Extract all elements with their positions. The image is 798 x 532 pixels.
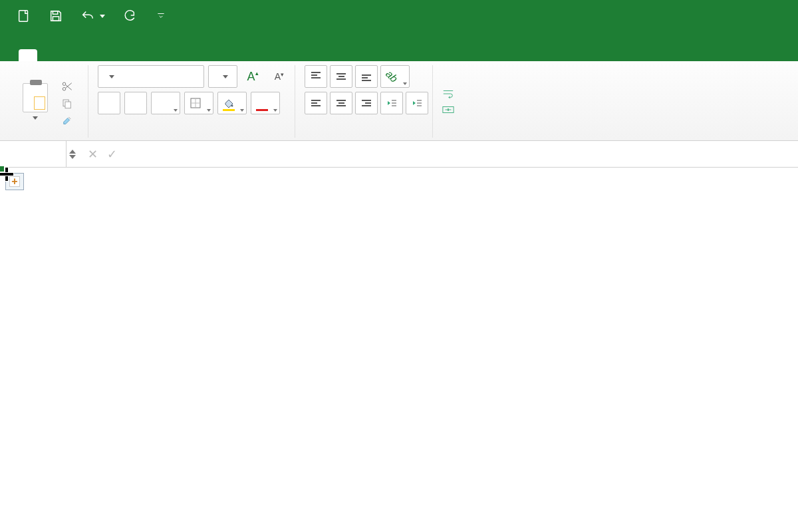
ribbon-tabs <box>0 32 798 61</box>
formula-bar: ✕ ✓ <box>0 141 798 168</box>
ribbon-home: A▴ A▾ <box>0 61 798 141</box>
copy-icon <box>61 98 73 110</box>
tab-data[interactable] <box>173 49 192 61</box>
clipboard-actions <box>61 65 84 138</box>
name-box[interactable] <box>0 141 66 167</box>
orientation-button[interactable]: ab <box>380 65 410 88</box>
chevron-down-icon <box>174 109 178 112</box>
chevron-down-icon <box>109 75 114 78</box>
tab-formulas[interactable] <box>134 49 153 61</box>
name-box-stepper[interactable] <box>69 150 76 159</box>
underline-button[interactable] <box>151 92 180 114</box>
svg-point-5 <box>63 87 66 90</box>
decrease-indent-button[interactable] <box>380 92 403 114</box>
group-wrap-merge <box>438 65 469 138</box>
font-color-button[interactable] <box>251 92 280 114</box>
align-right-button[interactable] <box>355 92 378 114</box>
align-top-button[interactable] <box>305 65 327 88</box>
tab-insert[interactable] <box>57 49 76 61</box>
chevron-down-icon <box>403 82 407 85</box>
group-clipboard <box>12 65 88 138</box>
borders-button[interactable] <box>184 92 213 114</box>
increase-indent-button[interactable] <box>406 92 428 114</box>
align-bottom-button[interactable] <box>355 65 378 88</box>
cancel-formula-icon[interactable]: ✕ <box>88 147 98 162</box>
merge-icon <box>442 104 454 115</box>
wrap-text-icon <box>442 88 454 99</box>
shrink-font-button[interactable]: A▾ <box>268 65 291 88</box>
font-color-swatch <box>256 109 268 111</box>
borders-icon <box>190 98 201 108</box>
group-font: A▴ A▾ <box>94 65 295 138</box>
tab-review[interactable] <box>211 49 230 61</box>
align-center-button[interactable] <box>330 92 352 114</box>
tab-view[interactable] <box>250 49 269 61</box>
svg-point-4 <box>63 82 66 86</box>
svg-rect-0 <box>19 11 28 22</box>
svg-rect-1 <box>53 11 57 15</box>
quick-access-toolbar <box>0 0 798 32</box>
merge-center-button[interactable] <box>442 104 465 115</box>
redo-icon[interactable] <box>121 8 137 24</box>
copy-button[interactable] <box>61 98 84 110</box>
bold-button[interactable] <box>98 92 120 114</box>
undo-icon[interactable] <box>80 8 96 24</box>
cut-button[interactable] <box>61 80 84 92</box>
paintbrush-icon <box>61 115 73 127</box>
quick-analysis-button[interactable] <box>5 173 24 190</box>
chevron-down-icon <box>273 109 277 112</box>
group-alignment: ab <box>301 65 433 138</box>
scissors-icon <box>61 80 73 92</box>
formula-input[interactable] <box>138 141 798 167</box>
italic-button[interactable] <box>124 92 147 114</box>
indent-left-icon <box>386 98 397 108</box>
new-file-icon[interactable] <box>16 8 32 24</box>
align-middle-button[interactable] <box>330 65 352 88</box>
undo-dropdown-icon[interactable] <box>100 15 105 18</box>
svg-point-11 <box>231 105 233 107</box>
font-name-select[interactable] <box>98 65 204 88</box>
grow-font-button[interactable]: A▴ <box>241 65 264 88</box>
save-icon[interactable] <box>48 8 64 24</box>
customize-qat-icon[interactable] <box>153 8 169 24</box>
cell-cursor-icon <box>0 168 13 181</box>
svg-rect-19 <box>443 106 454 112</box>
align-left-button[interactable] <box>305 92 327 114</box>
svg-rect-2 <box>53 17 59 21</box>
selection-rectangle <box>0 168 3 170</box>
bucket-icon <box>223 98 234 108</box>
fill-color-swatch <box>223 109 235 111</box>
tab-home[interactable] <box>19 49 37 61</box>
svg-rect-7 <box>65 102 70 108</box>
accept-formula-icon[interactable]: ✓ <box>107 147 117 162</box>
tab-page-layout[interactable] <box>96 49 114 61</box>
chevron-down-icon <box>223 75 228 78</box>
paste-dropdown-icon[interactable] <box>33 116 38 120</box>
chevron-down-icon <box>240 109 244 112</box>
font-size-select[interactable] <box>208 65 237 88</box>
clipboard-icon <box>23 83 48 112</box>
fill-color-button[interactable] <box>217 92 247 114</box>
paste-button[interactable] <box>16 65 55 138</box>
wrap-text-button[interactable] <box>442 88 465 99</box>
indent-right-icon <box>412 98 422 108</box>
format-painter-button[interactable] <box>61 115 84 127</box>
chevron-down-icon <box>207 109 211 112</box>
